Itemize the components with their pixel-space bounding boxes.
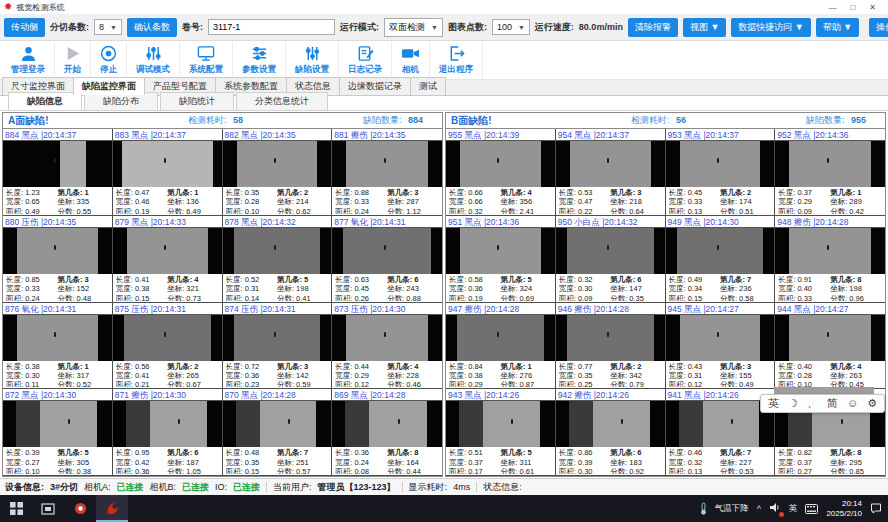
action-v-sliders[interactable]: 缺陷设置: [286, 42, 339, 78]
defect-image[interactable]: [223, 228, 332, 274]
taskbar-clock[interactable]: 20:14 2025/2/10: [826, 499, 862, 518]
defect-cell[interactable]: 869 黑点 |20:14:28长度: 0.36宽度: 0.24面积: 0.08…: [332, 389, 442, 476]
defect-image[interactable]: [666, 401, 775, 447]
defect-image[interactable]: [332, 228, 442, 274]
defect-cell[interactable]: 954 黑点 |20:14:37长度: 0.53宽度: 0.47面积: 0.22…: [556, 129, 666, 216]
tab-6[interactable]: 边缘数据记录: [339, 77, 411, 95]
defect-cell-header[interactable]: 878 黑点 |20:14:32: [223, 216, 332, 228]
clear-alarm-button[interactable]: 清除报警: [628, 18, 678, 37]
view-menu-button[interactable]: 视图 ▼: [683, 18, 726, 37]
help-menu-button[interactable]: 帮助 ▼: [816, 18, 859, 37]
defect-image[interactable]: [3, 228, 112, 274]
defect-image[interactable]: [223, 141, 332, 187]
ime-punctuation[interactable]: 、: [807, 398, 818, 409]
defect-cell[interactable]: 948 擦伤 |20:14:28长度: 0.91宽度: 0.40面积: 0.33…: [775, 216, 885, 303]
action-stop[interactable]: 停止: [91, 42, 127, 78]
defect-image[interactable]: [446, 228, 555, 274]
defect-cell-header[interactable]: 952 黑点 |20:14:36: [775, 129, 885, 141]
defect-cell-header[interactable]: 875 压伤 |20:14:31: [113, 303, 222, 315]
defect-cell-header[interactable]: 955 黑点 |20:14:39: [446, 129, 555, 141]
defect-cell-header[interactable]: 876 氧化 |20:14:31: [3, 303, 112, 315]
defect-cell[interactable]: 951 黑点 |20:14:36长度: 0.58宽度: 0.36面积: 0.19…: [446, 216, 556, 303]
defect-cell-header[interactable]: 873 压伤 |20:14:30: [332, 303, 442, 315]
defect-image[interactable]: [556, 141, 665, 187]
window-minimize-button[interactable]: —: [828, 3, 836, 12]
defect-image[interactable]: [666, 315, 775, 361]
action-h-sliders[interactable]: 参数设置: [233, 42, 286, 78]
split-count-select[interactable]: 8▼: [94, 19, 122, 35]
defect-cell[interactable]: 943 黑点 |20:14:26长度: 0.51宽度: 0.37面积: 0.17…: [446, 389, 556, 476]
action-monitor[interactable]: 系统配置: [180, 42, 233, 78]
action-play[interactable]: 开始: [55, 42, 91, 78]
defect-cell[interactable]: 876 氧化 |20:14:31长度: 0.38宽度: 0.30面积: 0.11…: [3, 303, 113, 390]
defect-cell[interactable]: 880 压伤 |20:14:35长度: 0.85宽度: 0.33面积: 0.24…: [3, 216, 113, 303]
confirm-count-button[interactable]: 确认条数: [127, 18, 177, 37]
subtab-4[interactable]: 分类信息统计: [236, 92, 328, 110]
defect-image[interactable]: [446, 141, 555, 187]
defect-image[interactable]: [113, 315, 222, 361]
defect-cell-header[interactable]: 882 黑点 |20:14:35: [223, 129, 332, 141]
defect-cell[interactable]: 942 擦伤 |20:14:26长度: 0.86宽度: 0.39面积: 0.30…: [556, 389, 666, 476]
defect-cell[interactable]: 941 黑点 |20:14:26长度: 0.46宽度: 0.32面积: 0.13…: [666, 389, 776, 476]
data-quick-access-button[interactable]: 数据快捷访问 ▼: [731, 18, 810, 37]
defect-image[interactable]: [666, 141, 775, 187]
defect-image[interactable]: [332, 141, 442, 187]
inspection-app-icon[interactable]: [96, 495, 128, 522]
defect-cell[interactable]: 879 黑点 |20:14:33长度: 0.41宽度: 0.38面积: 0.15…: [113, 216, 223, 303]
defect-cell-header[interactable]: 883 黑点 |20:14:37: [113, 129, 222, 141]
defect-cell-header[interactable]: 869 黑点 |20:14:28: [332, 389, 442, 401]
ime-emoji-icon[interactable]: ☺: [847, 398, 858, 409]
task-view-button[interactable]: [32, 495, 64, 522]
action-exit[interactable]: 退出程序: [430, 42, 483, 78]
defect-image[interactable]: [556, 315, 665, 361]
defect-image[interactable]: [3, 315, 112, 361]
defect-cell-header[interactable]: 870 黑点 |20:14:28: [223, 389, 332, 401]
action-log[interactable]: 日志记录: [339, 42, 392, 78]
defect-cell[interactable]: 881 擦伤 |20:14:35长度: 0.88宽度: 0.33面积: 0.24…: [332, 129, 442, 216]
defect-cell[interactable]: 875 压伤 |20:14:31长度: 0.56宽度: 0.41面积: 0.21…: [113, 303, 223, 390]
defect-image[interactable]: [3, 401, 112, 447]
defect-image[interactable]: [556, 401, 665, 447]
defect-cell-header[interactable]: 884 黑点 |20:14:37: [3, 129, 112, 141]
defect-cell-header[interactable]: 944 黑点 |20:14:27: [775, 303, 885, 315]
defect-cell[interactable]: 953 黑点 |20:14:37长度: 0.45宽度: 0.33面积: 0.13…: [666, 129, 776, 216]
defect-cell-header[interactable]: 877 氧化 |20:14:31: [332, 216, 442, 228]
subtab-1[interactable]: 缺陷信息: [8, 92, 82, 110]
defect-cell-header[interactable]: 942 擦伤 |20:14:26: [556, 389, 665, 401]
defect-cell-header[interactable]: 946 擦伤 |20:14:28: [556, 303, 665, 315]
tray-expand-chevron-icon[interactable]: ^: [757, 504, 761, 514]
window-close-button[interactable]: ✕: [869, 3, 876, 12]
tab-2[interactable]: 缺陷监控界面: [73, 77, 145, 95]
defect-cell[interactable]: 882 黑点 |20:14:35长度: 0.35宽度: 0.28面积: 0.10…: [223, 129, 333, 216]
defect-cell[interactable]: 870 黑点 |20:14:28长度: 0.48宽度: 0.35面积: 0.15…: [223, 389, 333, 476]
ime-moon-icon[interactable]: ☽: [788, 398, 798, 409]
defect-image[interactable]: [113, 228, 222, 274]
ime-settings-icon[interactable]: ⚙: [867, 398, 877, 409]
defect-cell[interactable]: 950 小白点 |20:14:32长度: 0.32宽度: 0.30面积: 0.0…: [556, 216, 666, 303]
drive-side-button[interactable]: 传动侧: [4, 18, 45, 37]
defect-cell[interactable]: 872 黑点 |20:14:30长度: 0.39宽度: 0.27面积: 0.10…: [3, 389, 113, 476]
defect-image[interactable]: [446, 401, 555, 447]
start-button[interactable]: [0, 495, 32, 522]
defect-cell-header[interactable]: 948 擦伤 |20:14:28: [775, 216, 885, 228]
ime-simplified[interactable]: 简: [827, 398, 838, 409]
defect-cell-header[interactable]: 880 压伤 |20:14:35: [3, 216, 112, 228]
defect-cell[interactable]: 955 黑点 |20:14:39长度: 0.66宽度: 0.66面积: 0.32…: [446, 129, 556, 216]
ime-english-mode[interactable]: 英: [768, 398, 779, 409]
tab-7[interactable]: 测试: [410, 77, 446, 95]
defect-cell[interactable]: 874 压伤 |20:14:31长度: 0.72宽度: 0.36面积: 0.23…: [223, 303, 333, 390]
defect-cell-header[interactable]: 874 压伤 |20:14:31: [223, 303, 332, 315]
action-camera[interactable]: 相机: [392, 42, 430, 78]
defect-cell-header[interactable]: 951 黑点 |20:14:36: [446, 216, 555, 228]
defect-cell[interactable]: 878 黑点 |20:14:32长度: 0.52宽度: 0.31面积: 0.14…: [223, 216, 333, 303]
defect-cell-header[interactable]: 950 小白点 |20:14:32: [556, 216, 665, 228]
chart-points-select[interactable]: 100▼: [492, 19, 530, 35]
defect-image[interactable]: [775, 228, 885, 274]
operate-side-button[interactable]: 操作侧: [869, 18, 888, 37]
defect-image[interactable]: [666, 228, 775, 274]
defect-image[interactable]: [113, 401, 222, 447]
defect-cell-header[interactable]: 947 擦伤 |20:14:28: [446, 303, 555, 315]
defect-cell-header[interactable]: 953 黑点 |20:14:37: [666, 129, 775, 141]
defect-cell-header[interactable]: 879 黑点 |20:14:33: [113, 216, 222, 228]
window-maximize-button[interactable]: □: [850, 3, 855, 12]
